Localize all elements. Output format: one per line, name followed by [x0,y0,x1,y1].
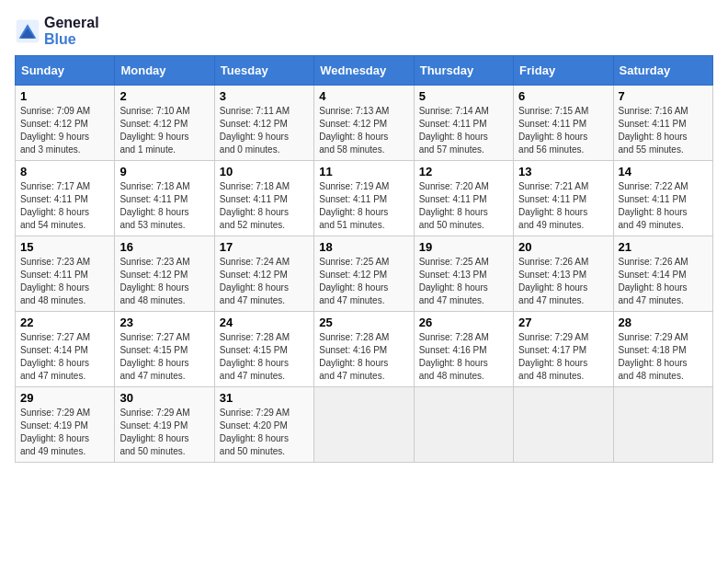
day-info: Sunrise: 7:23 AM Sunset: 4:11 PM Dayligh… [20,256,109,307]
day-info: Sunrise: 7:19 AM Sunset: 4:11 PM Dayligh… [319,180,408,232]
calendar-cell: 20Sunrise: 7:26 AM Sunset: 4:13 PM Dayli… [514,236,613,312]
day-info: Sunrise: 7:13 AM Sunset: 4:12 PM Dayligh… [319,105,408,156]
calendar-cell: 15Sunrise: 7:23 AM Sunset: 4:11 PM Dayli… [16,236,115,312]
day-number: 10 [220,165,309,178]
day-info: Sunrise: 7:27 AM Sunset: 4:15 PM Dayligh… [119,331,209,383]
col-header-tuesday: Tuesday [214,56,313,86]
calendar-cell: 19Sunrise: 7:25 AM Sunset: 4:13 PM Dayli… [414,236,513,312]
day-info: Sunrise: 7:29 AM Sunset: 4:18 PM Dayligh… [619,331,708,383]
day-info: Sunrise: 7:16 AM Sunset: 4:11 PM Dayligh… [619,105,708,156]
calendar-cell: 5Sunrise: 7:14 AM Sunset: 4:11 PM Daylig… [414,86,513,161]
day-info: Sunrise: 7:29 AM Sunset: 4:17 PM Dayligh… [518,331,608,383]
calendar-cell: 18Sunrise: 7:25 AM Sunset: 4:12 PM Dayli… [314,236,414,312]
day-number: 22 [20,316,109,329]
calendar-cell: 22Sunrise: 7:27 AM Sunset: 4:14 PM Dayli… [16,312,115,387]
day-info: Sunrise: 7:28 AM Sunset: 4:16 PM Dayligh… [319,331,408,383]
day-number: 28 [619,316,708,329]
calendar-cell: 29Sunrise: 7:29 AM Sunset: 4:19 PM Dayli… [16,387,115,463]
day-number: 6 [518,89,608,103]
day-number: 19 [419,240,508,254]
calendar-cell: 10Sunrise: 7:18 AM Sunset: 4:11 PM Dayli… [214,161,313,236]
day-number: 13 [518,165,608,178]
day-info: Sunrise: 7:14 AM Sunset: 4:11 PM Dayligh… [419,105,508,156]
day-number: 21 [619,240,708,254]
day-info: Sunrise: 7:23 AM Sunset: 4:12 PM Dayligh… [119,256,209,307]
day-info: Sunrise: 7:28 AM Sunset: 4:15 PM Dayligh… [220,331,309,383]
calendar-table: SundayMondayTuesdayWednesdayThursdayFrid… [15,55,713,463]
day-info: Sunrise: 7:21 AM Sunset: 4:11 PM Dayligh… [518,180,608,232]
calendar-cell [514,387,613,463]
day-info: Sunrise: 7:29 AM Sunset: 4:20 PM Dayligh… [220,407,309,458]
calendar-week-row: 29Sunrise: 7:29 AM Sunset: 4:19 PM Dayli… [16,387,713,463]
calendar-cell: 14Sunrise: 7:22 AM Sunset: 4:11 PM Dayli… [613,161,712,236]
day-number: 3 [220,89,309,103]
day-info: Sunrise: 7:27 AM Sunset: 4:14 PM Dayligh… [20,331,109,383]
day-number: 7 [619,89,708,103]
day-number: 30 [119,391,209,405]
calendar-cell: 1Sunrise: 7:09 AM Sunset: 4:12 PM Daylig… [16,86,115,161]
day-number: 16 [119,240,209,254]
col-header-wednesday: Wednesday [314,56,414,86]
calendar-cell: 8Sunrise: 7:17 AM Sunset: 4:11 PM Daylig… [16,161,115,236]
day-number: 17 [220,240,309,254]
day-number: 25 [319,316,408,329]
day-info: Sunrise: 7:17 AM Sunset: 4:11 PM Dayligh… [20,180,109,232]
calendar-cell: 23Sunrise: 7:27 AM Sunset: 4:15 PM Dayli… [115,312,214,387]
calendar-cell [314,387,414,463]
calendar-cell: 7Sunrise: 7:16 AM Sunset: 4:11 PM Daylig… [613,86,712,161]
day-number: 18 [319,240,408,254]
day-number: 27 [518,316,608,329]
calendar-cell: 12Sunrise: 7:20 AM Sunset: 4:11 PM Dayli… [414,161,513,236]
calendar-cell: 30Sunrise: 7:29 AM Sunset: 4:19 PM Dayli… [115,387,214,463]
calendar-week-row: 15Sunrise: 7:23 AM Sunset: 4:11 PM Dayli… [16,236,713,312]
day-number: 2 [119,89,209,103]
day-number: 4 [319,89,408,103]
logo: General Blue [15,15,99,48]
day-number: 15 [20,240,109,254]
day-info: Sunrise: 7:09 AM Sunset: 4:12 PM Dayligh… [20,105,109,156]
calendar-cell: 17Sunrise: 7:24 AM Sunset: 4:12 PM Dayli… [214,236,313,312]
calendar-cell [613,387,712,463]
day-info: Sunrise: 7:28 AM Sunset: 4:16 PM Dayligh… [419,331,508,383]
day-number: 1 [20,89,109,103]
day-number: 11 [319,165,408,178]
calendar-cell: 13Sunrise: 7:21 AM Sunset: 4:11 PM Dayli… [514,161,613,236]
col-header-friday: Friday [514,56,613,86]
calendar-cell: 9Sunrise: 7:18 AM Sunset: 4:11 PM Daylig… [115,161,214,236]
day-number: 14 [619,165,708,178]
day-info: Sunrise: 7:29 AM Sunset: 4:19 PM Dayligh… [20,407,109,458]
day-number: 8 [20,165,109,178]
day-info: Sunrise: 7:29 AM Sunset: 4:19 PM Dayligh… [119,407,209,458]
col-header-thursday: Thursday [414,56,513,86]
calendar-cell: 31Sunrise: 7:29 AM Sunset: 4:20 PM Dayli… [214,387,313,463]
day-info: Sunrise: 7:10 AM Sunset: 4:12 PM Dayligh… [119,105,209,156]
day-number: 20 [518,240,608,254]
col-header-saturday: Saturday [613,56,712,86]
day-number: 24 [220,316,309,329]
calendar-header-row: SundayMondayTuesdayWednesdayThursdayFrid… [16,56,713,86]
day-info: Sunrise: 7:22 AM Sunset: 4:11 PM Dayligh… [619,180,708,232]
calendar-cell: 2Sunrise: 7:10 AM Sunset: 4:12 PM Daylig… [115,86,214,161]
day-number: 31 [220,391,309,405]
calendar-cell: 4Sunrise: 7:13 AM Sunset: 4:12 PM Daylig… [314,86,414,161]
calendar-week-row: 1Sunrise: 7:09 AM Sunset: 4:12 PM Daylig… [16,86,713,161]
calendar-cell: 16Sunrise: 7:23 AM Sunset: 4:12 PM Dayli… [115,236,214,312]
calendar-cell: 6Sunrise: 7:15 AM Sunset: 4:11 PM Daylig… [514,86,613,161]
day-info: Sunrise: 7:24 AM Sunset: 4:12 PM Dayligh… [220,256,309,307]
day-info: Sunrise: 7:11 AM Sunset: 4:12 PM Dayligh… [220,105,309,156]
day-number: 23 [119,316,209,329]
logo-icon [15,18,40,44]
day-info: Sunrise: 7:18 AM Sunset: 4:11 PM Dayligh… [220,180,309,232]
day-info: Sunrise: 7:18 AM Sunset: 4:11 PM Dayligh… [119,180,209,232]
calendar-cell: 27Sunrise: 7:29 AM Sunset: 4:17 PM Dayli… [514,312,613,387]
calendar-week-row: 22Sunrise: 7:27 AM Sunset: 4:14 PM Dayli… [16,312,713,387]
calendar-cell: 21Sunrise: 7:26 AM Sunset: 4:14 PM Dayli… [613,236,712,312]
day-info: Sunrise: 7:20 AM Sunset: 4:11 PM Dayligh… [419,180,508,232]
day-number: 29 [20,391,109,405]
day-number: 9 [119,165,209,178]
day-info: Sunrise: 7:26 AM Sunset: 4:14 PM Dayligh… [619,256,708,307]
calendar-cell: 25Sunrise: 7:28 AM Sunset: 4:16 PM Dayli… [314,312,414,387]
day-number: 26 [419,316,508,329]
calendar-cell: 11Sunrise: 7:19 AM Sunset: 4:11 PM Dayli… [314,161,414,236]
day-info: Sunrise: 7:25 AM Sunset: 4:12 PM Dayligh… [319,256,408,307]
